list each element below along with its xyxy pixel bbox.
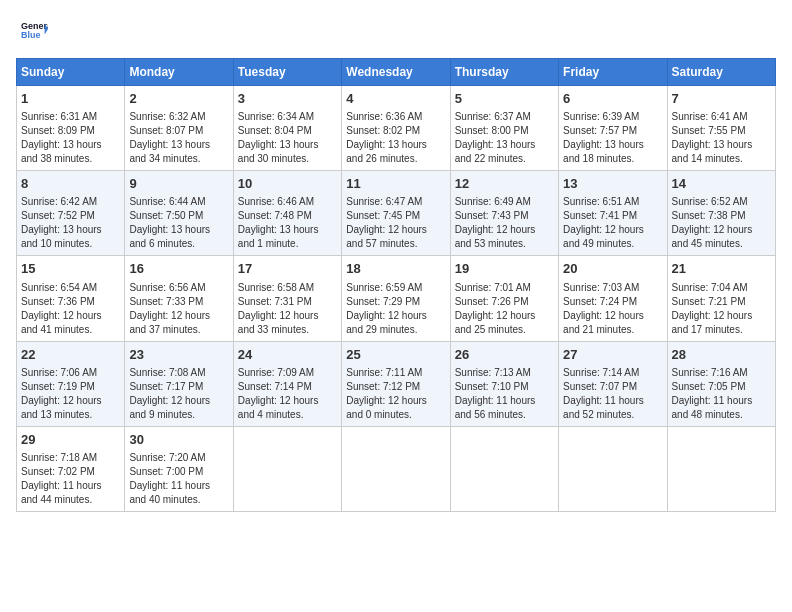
weekday-friday: Friday — [559, 59, 667, 86]
weekday-wednesday: Wednesday — [342, 59, 450, 86]
day-number: 1 — [21, 90, 120, 108]
day-number: 10 — [238, 175, 337, 193]
day-info: Sunrise: 6:37 AM Sunset: 8:00 PM Dayligh… — [455, 110, 554, 166]
day-cell: 2Sunrise: 6:32 AM Sunset: 8:07 PM Daylig… — [125, 86, 233, 171]
day-number: 14 — [672, 175, 771, 193]
day-cell — [559, 426, 667, 511]
day-number: 26 — [455, 346, 554, 364]
day-info: Sunrise: 6:39 AM Sunset: 7:57 PM Dayligh… — [563, 110, 662, 166]
day-info: Sunrise: 7:11 AM Sunset: 7:12 PM Dayligh… — [346, 366, 445, 422]
day-info: Sunrise: 6:31 AM Sunset: 8:09 PM Dayligh… — [21, 110, 120, 166]
weekday-saturday: Saturday — [667, 59, 775, 86]
day-number: 15 — [21, 260, 120, 278]
day-cell: 16Sunrise: 6:56 AM Sunset: 7:33 PM Dayli… — [125, 256, 233, 341]
day-cell — [233, 426, 341, 511]
day-cell: 6Sunrise: 6:39 AM Sunset: 7:57 PM Daylig… — [559, 86, 667, 171]
day-info: Sunrise: 7:06 AM Sunset: 7:19 PM Dayligh… — [21, 366, 120, 422]
day-cell: 13Sunrise: 6:51 AM Sunset: 7:41 PM Dayli… — [559, 171, 667, 256]
day-cell: 8Sunrise: 6:42 AM Sunset: 7:52 PM Daylig… — [17, 171, 125, 256]
day-cell: 27Sunrise: 7:14 AM Sunset: 7:07 PM Dayli… — [559, 341, 667, 426]
day-cell: 3Sunrise: 6:34 AM Sunset: 8:04 PM Daylig… — [233, 86, 341, 171]
day-cell: 25Sunrise: 7:11 AM Sunset: 7:12 PM Dayli… — [342, 341, 450, 426]
calendar-table: SundayMondayTuesdayWednesdayThursdayFrid… — [16, 58, 776, 512]
svg-text:Blue: Blue — [21, 30, 40, 40]
week-row-1: 1Sunrise: 6:31 AM Sunset: 8:09 PM Daylig… — [17, 86, 776, 171]
day-cell — [450, 426, 558, 511]
day-cell: 30Sunrise: 7:20 AM Sunset: 7:00 PM Dayli… — [125, 426, 233, 511]
day-number: 27 — [563, 346, 662, 364]
day-cell: 20Sunrise: 7:03 AM Sunset: 7:24 PM Dayli… — [559, 256, 667, 341]
day-number: 5 — [455, 90, 554, 108]
day-info: Sunrise: 6:52 AM Sunset: 7:38 PM Dayligh… — [672, 195, 771, 251]
day-cell: 18Sunrise: 6:59 AM Sunset: 7:29 PM Dayli… — [342, 256, 450, 341]
day-info: Sunrise: 6:44 AM Sunset: 7:50 PM Dayligh… — [129, 195, 228, 251]
day-cell: 12Sunrise: 6:49 AM Sunset: 7:43 PM Dayli… — [450, 171, 558, 256]
day-number: 22 — [21, 346, 120, 364]
logo: General Blue — [16, 16, 48, 48]
day-cell: 4Sunrise: 6:36 AM Sunset: 8:02 PM Daylig… — [342, 86, 450, 171]
day-number: 28 — [672, 346, 771, 364]
week-row-3: 15Sunrise: 6:54 AM Sunset: 7:36 PM Dayli… — [17, 256, 776, 341]
week-row-2: 8Sunrise: 6:42 AM Sunset: 7:52 PM Daylig… — [17, 171, 776, 256]
day-info: Sunrise: 6:59 AM Sunset: 7:29 PM Dayligh… — [346, 281, 445, 337]
weekday-thursday: Thursday — [450, 59, 558, 86]
day-info: Sunrise: 7:03 AM Sunset: 7:24 PM Dayligh… — [563, 281, 662, 337]
day-number: 21 — [672, 260, 771, 278]
day-info: Sunrise: 7:14 AM Sunset: 7:07 PM Dayligh… — [563, 366, 662, 422]
day-number: 18 — [346, 260, 445, 278]
day-cell: 24Sunrise: 7:09 AM Sunset: 7:14 PM Dayli… — [233, 341, 341, 426]
day-cell: 9Sunrise: 6:44 AM Sunset: 7:50 PM Daylig… — [125, 171, 233, 256]
day-cell: 29Sunrise: 7:18 AM Sunset: 7:02 PM Dayli… — [17, 426, 125, 511]
week-row-4: 22Sunrise: 7:06 AM Sunset: 7:19 PM Dayli… — [17, 341, 776, 426]
day-info: Sunrise: 7:20 AM Sunset: 7:00 PM Dayligh… — [129, 451, 228, 507]
day-number: 23 — [129, 346, 228, 364]
day-number: 4 — [346, 90, 445, 108]
day-number: 8 — [21, 175, 120, 193]
day-cell: 15Sunrise: 6:54 AM Sunset: 7:36 PM Dayli… — [17, 256, 125, 341]
day-cell: 22Sunrise: 7:06 AM Sunset: 7:19 PM Dayli… — [17, 341, 125, 426]
day-info: Sunrise: 6:54 AM Sunset: 7:36 PM Dayligh… — [21, 281, 120, 337]
calendar-body: 1Sunrise: 6:31 AM Sunset: 8:09 PM Daylig… — [17, 86, 776, 512]
day-cell: 17Sunrise: 6:58 AM Sunset: 7:31 PM Dayli… — [233, 256, 341, 341]
day-cell — [667, 426, 775, 511]
day-cell: 21Sunrise: 7:04 AM Sunset: 7:21 PM Dayli… — [667, 256, 775, 341]
page-header: General Blue — [16, 16, 776, 48]
day-cell: 10Sunrise: 6:46 AM Sunset: 7:48 PM Dayli… — [233, 171, 341, 256]
day-info: Sunrise: 6:41 AM Sunset: 7:55 PM Dayligh… — [672, 110, 771, 166]
day-cell: 7Sunrise: 6:41 AM Sunset: 7:55 PM Daylig… — [667, 86, 775, 171]
day-number: 25 — [346, 346, 445, 364]
day-info: Sunrise: 7:04 AM Sunset: 7:21 PM Dayligh… — [672, 281, 771, 337]
day-number: 2 — [129, 90, 228, 108]
day-number: 17 — [238, 260, 337, 278]
day-info: Sunrise: 7:16 AM Sunset: 7:05 PM Dayligh… — [672, 366, 771, 422]
day-cell: 14Sunrise: 6:52 AM Sunset: 7:38 PM Dayli… — [667, 171, 775, 256]
day-info: Sunrise: 6:42 AM Sunset: 7:52 PM Dayligh… — [21, 195, 120, 251]
day-cell: 11Sunrise: 6:47 AM Sunset: 7:45 PM Dayli… — [342, 171, 450, 256]
day-info: Sunrise: 7:13 AM Sunset: 7:10 PM Dayligh… — [455, 366, 554, 422]
weekday-tuesday: Tuesday — [233, 59, 341, 86]
week-row-5: 29Sunrise: 7:18 AM Sunset: 7:02 PM Dayli… — [17, 426, 776, 511]
day-info: Sunrise: 7:08 AM Sunset: 7:17 PM Dayligh… — [129, 366, 228, 422]
day-info: Sunrise: 6:49 AM Sunset: 7:43 PM Dayligh… — [455, 195, 554, 251]
day-number: 3 — [238, 90, 337, 108]
day-info: Sunrise: 6:34 AM Sunset: 8:04 PM Dayligh… — [238, 110, 337, 166]
day-info: Sunrise: 7:09 AM Sunset: 7:14 PM Dayligh… — [238, 366, 337, 422]
day-info: Sunrise: 6:58 AM Sunset: 7:31 PM Dayligh… — [238, 281, 337, 337]
day-info: Sunrise: 7:01 AM Sunset: 7:26 PM Dayligh… — [455, 281, 554, 337]
day-number: 20 — [563, 260, 662, 278]
day-cell — [342, 426, 450, 511]
weekday-monday: Monday — [125, 59, 233, 86]
day-cell: 28Sunrise: 7:16 AM Sunset: 7:05 PM Dayli… — [667, 341, 775, 426]
day-number: 11 — [346, 175, 445, 193]
weekday-sunday: Sunday — [17, 59, 125, 86]
day-cell: 26Sunrise: 7:13 AM Sunset: 7:10 PM Dayli… — [450, 341, 558, 426]
day-number: 24 — [238, 346, 337, 364]
day-info: Sunrise: 6:56 AM Sunset: 7:33 PM Dayligh… — [129, 281, 228, 337]
day-info: Sunrise: 6:47 AM Sunset: 7:45 PM Dayligh… — [346, 195, 445, 251]
day-number: 19 — [455, 260, 554, 278]
weekday-header-row: SundayMondayTuesdayWednesdayThursdayFrid… — [17, 59, 776, 86]
day-cell: 19Sunrise: 7:01 AM Sunset: 7:26 PM Dayli… — [450, 256, 558, 341]
day-number: 7 — [672, 90, 771, 108]
day-number: 9 — [129, 175, 228, 193]
day-info: Sunrise: 7:18 AM Sunset: 7:02 PM Dayligh… — [21, 451, 120, 507]
